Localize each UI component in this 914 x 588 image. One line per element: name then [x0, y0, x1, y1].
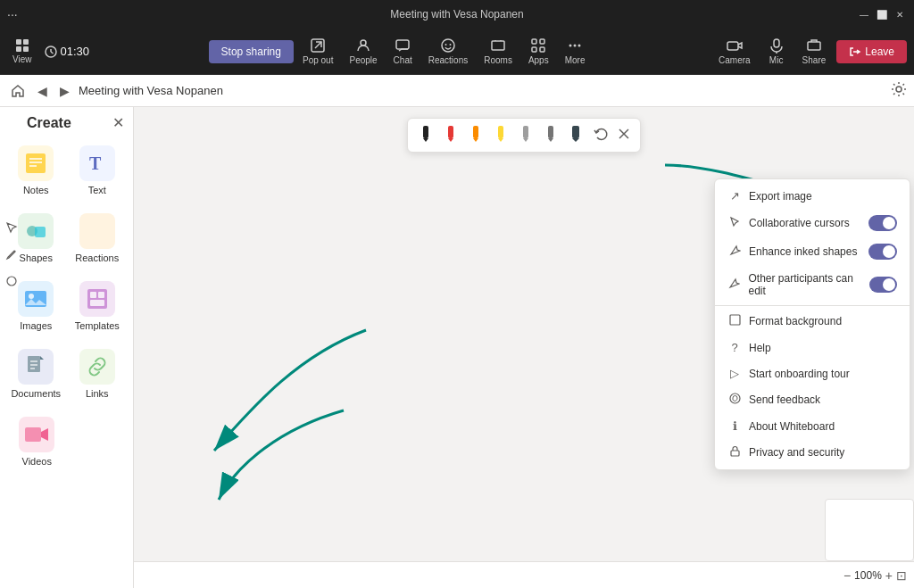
- close-drawing-toolbar[interactable]: [615, 126, 633, 145]
- svg-rect-10: [396, 40, 409, 49]
- bottombar: − 100% + ⊡: [134, 561, 914, 588]
- fit-button[interactable]: ⊡: [896, 568, 907, 583]
- svg-point-11: [442, 39, 454, 52]
- chat-button[interactable]: Chat: [386, 34, 420, 69]
- arrow-to-create-grid: [205, 321, 384, 464]
- minimize-btn[interactable]: —: [857, 7, 871, 21]
- edit-participants-icon: [727, 277, 741, 292]
- toolbar-center: Stop sharing Pop out People Chat: [93, 34, 708, 69]
- collaborative-cursors-toggle[interactable]: [868, 215, 897, 231]
- svg-marker-58: [548, 138, 553, 142]
- pop-out-button[interactable]: Pop out: [295, 34, 340, 69]
- breadcrumb: Meeting with Vesa Nopanen: [79, 84, 223, 97]
- close-btn[interactable]: ✕: [893, 7, 907, 21]
- svg-rect-3: [23, 46, 29, 52]
- svg-rect-34: [35, 227, 46, 237]
- rooms-button[interactable]: Rooms: [477, 34, 519, 69]
- menu-export-image[interactable]: ↗ Export image: [715, 183, 910, 209]
- call-timer: 01:30: [45, 45, 90, 58]
- svg-text:🧡: 🧡: [87, 220, 110, 242]
- stop-sharing-button[interactable]: Stop sharing: [209, 40, 294, 63]
- svg-rect-15: [532, 39, 536, 44]
- zoom-out-button[interactable]: −: [843, 568, 851, 583]
- svg-rect-1: [23, 39, 29, 45]
- svg-point-37: [29, 294, 34, 299]
- menu-onboarding-tour[interactable]: ▷ Start onboarding tour: [715, 360, 910, 386]
- svg-point-9: [361, 40, 366, 46]
- svg-marker-56: [523, 138, 528, 142]
- menu-format-background[interactable]: Format background: [715, 308, 910, 335]
- pen-tool-gray1[interactable]: [515, 122, 536, 148]
- svg-rect-53: [498, 126, 503, 138]
- pen-tool[interactable]: [2, 244, 21, 264]
- canvas-area[interactable]: ↗ Export image Collaborative cursors: [134, 107, 914, 588]
- create-text[interactable]: T Text: [69, 138, 127, 203]
- feedback-icon: [727, 393, 742, 407]
- titlebar: ··· Meeting with Vesa Nopanen — ⬜ ✕: [0, 0, 914, 29]
- apps-button[interactable]: Apps: [521, 34, 556, 69]
- svg-rect-65: [731, 451, 739, 456]
- zoom-level: 100%: [854, 569, 882, 582]
- svg-point-21: [578, 45, 581, 47]
- menu-send-feedback[interactable]: Send feedback: [715, 386, 910, 413]
- svg-rect-14: [492, 41, 504, 50]
- svg-rect-42: [28, 356, 40, 372]
- home-button[interactable]: [7, 80, 29, 102]
- view-button[interactable]: View: [7, 35, 37, 68]
- create-videos[interactable]: Videos: [7, 410, 67, 474]
- enhance-shapes-toggle[interactable]: [868, 244, 897, 260]
- svg-text:T: T: [89, 153, 102, 173]
- format-bg-icon: [727, 314, 742, 328]
- main-toolbar: View 01:30 Stop sharing Pop out: [0, 29, 914, 75]
- create-templates[interactable]: Templates: [69, 274, 127, 338]
- svg-point-12: [445, 44, 446, 46]
- svg-rect-23: [774, 39, 779, 47]
- forward-button[interactable]: ▶: [56, 82, 73, 100]
- pen-tool-black[interactable]: [415, 122, 436, 148]
- back-button[interactable]: ◀: [34, 82, 51, 100]
- reactions-button[interactable]: Reactions: [421, 34, 475, 69]
- zoom-in-button[interactable]: +: [885, 568, 893, 583]
- pen-tool-dark[interactable]: [565, 122, 586, 148]
- menu-help[interactable]: ? Help: [715, 335, 910, 360]
- share-button[interactable]: Share: [795, 34, 834, 69]
- undo-tool[interactable]: [590, 124, 611, 146]
- camera-button[interactable]: Camera: [711, 34, 758, 69]
- select-tool[interactable]: [2, 218, 21, 237]
- menu-about-whiteboard[interactable]: ℹ About Whiteboard: [715, 413, 910, 439]
- people-button[interactable]: People: [342, 34, 384, 69]
- pen-tool-orange[interactable]: [465, 122, 486, 148]
- create-reactions[interactable]: 🧡 Reactions: [69, 206, 127, 270]
- svg-marker-50: [448, 138, 453, 142]
- svg-marker-52: [473, 138, 478, 142]
- arrow-to-links: [210, 402, 353, 509]
- menu-other-participants-edit[interactable]: Other participants can edit: [715, 266, 910, 303]
- svg-marker-60: [572, 138, 579, 142]
- create-links[interactable]: Links: [69, 342, 127, 406]
- pen-tool-gray2[interactable]: [540, 122, 561, 148]
- circle-tool[interactable]: [2, 271, 21, 291]
- more-button[interactable]: More: [558, 34, 593, 69]
- menu-privacy-security[interactable]: Privacy and security: [715, 439, 910, 466]
- menu-collaborative-cursors[interactable]: Collaborative cursors: [715, 209, 910, 237]
- svg-point-19: [569, 45, 572, 47]
- about-icon: ℹ: [727, 419, 742, 433]
- main-area: Create ✕ Notes T: [0, 107, 914, 588]
- svg-rect-47: [423, 126, 428, 138]
- create-documents[interactable]: Documents: [7, 342, 65, 406]
- sidebar-close-button[interactable]: ✕: [112, 114, 124, 131]
- svg-rect-2: [16, 46, 21, 52]
- maximize-btn[interactable]: ⬜: [875, 7, 889, 21]
- app-dots: ···: [7, 7, 18, 21]
- cursor-icon: [727, 216, 742, 230]
- create-notes[interactable]: Notes: [7, 138, 65, 203]
- settings-button[interactable]: [891, 81, 907, 101]
- window-controls: — ⬜ ✕: [857, 7, 907, 21]
- menu-enhance-inked-shapes[interactable]: Enhance inked shapes: [715, 237, 910, 266]
- leave-button[interactable]: Leave: [836, 40, 907, 63]
- other-participants-toggle[interactable]: [869, 277, 897, 293]
- svg-rect-39: [90, 292, 96, 298]
- pen-tool-yellow[interactable]: [490, 122, 511, 148]
- pen-tool-red[interactable]: [440, 122, 461, 148]
- mic-button[interactable]: Mic: [761, 34, 792, 69]
